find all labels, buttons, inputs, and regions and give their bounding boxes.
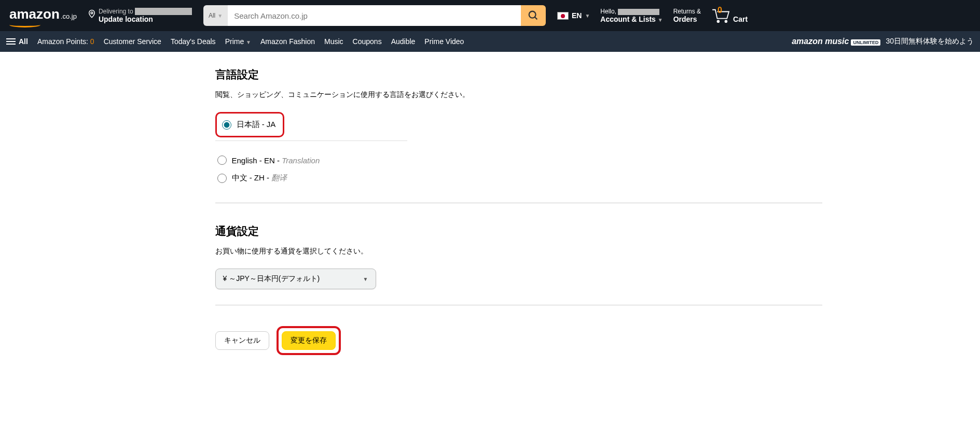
- currency-settings-section: 通貨設定 お買い物に使用する通貨を選択してください。 ¥ ～JPY～日本円(デフ…: [215, 224, 822, 289]
- points-count: 0: [90, 37, 94, 46]
- language-settings-section: 言語設定 閲覧、ショッピング、コミュニケーションに使用する言語をお選びください。…: [215, 67, 822, 187]
- highlight-save-button: 変更を保存: [277, 326, 341, 355]
- save-button[interactable]: 変更を保存: [282, 331, 336, 350]
- currency-dropdown[interactable]: ¥ ～JPY～日本円(デフォルト) ▼: [215, 269, 376, 289]
- all-menu-button[interactable]: All: [6, 37, 28, 46]
- nav-amazon-fashion[interactable]: Amazon Fashion: [260, 37, 315, 46]
- search-button[interactable]: [521, 5, 546, 26]
- nav-amazon-points[interactable]: Amazon Points: 0: [37, 37, 94, 46]
- orders-label: Orders: [673, 15, 701, 23]
- language-heading: 言語設定: [215, 67, 822, 82]
- hello-label: Hello,: [600, 8, 616, 15]
- language-option-label: 中文 - ZH -: [232, 173, 272, 182]
- section-divider: [215, 203, 822, 203]
- svg-point-0: [91, 12, 93, 14]
- cart-label: Cart: [733, 15, 748, 23]
- flag-jp-icon: [557, 12, 569, 20]
- account-menu[interactable]: Hello, Account & Lists ▼: [596, 6, 667, 25]
- search-icon: [528, 10, 539, 21]
- redacted-name: [618, 9, 659, 15]
- returns-label: Returns &: [673, 8, 701, 15]
- amazon-smile-icon: [9, 22, 40, 27]
- language-label: EN: [572, 11, 582, 20]
- points-label: Amazon Points:: [37, 37, 88, 46]
- main-content: 言語設定 閲覧、ショッピング、コミュニケーションに使用する言語をお選びください。…: [148, 52, 833, 376]
- cart-link[interactable]: 0 Cart: [707, 6, 752, 25]
- nav-coupons[interactable]: Coupons: [353, 37, 382, 46]
- chevron-down-icon: ▼: [363, 276, 368, 282]
- language-option-suffix: Translation: [282, 156, 320, 165]
- nav-todays-deals[interactable]: Today's Deals: [171, 37, 216, 46]
- currency-heading: 通貨設定: [215, 224, 822, 238]
- svg-line-2: [535, 17, 537, 20]
- language-option-en[interactable]: English - EN - Translation: [215, 151, 822, 169]
- svg-point-4: [725, 20, 727, 22]
- svg-point-3: [717, 20, 720, 22]
- language-option-ja[interactable]: 日本語 - JA: [220, 116, 278, 134]
- radio-en[interactable]: [217, 156, 227, 165]
- nav-prime-video[interactable]: Prime Video: [424, 37, 464, 46]
- nav-prime[interactable]: Prime ▼: [225, 37, 251, 46]
- language-option-suffix: 翻译: [271, 173, 287, 182]
- language-radio-group: 日本語 - JA English - EN - Translation 中文 -…: [215, 112, 822, 187]
- chevron-down-icon: ▼: [658, 17, 663, 23]
- amazon-music-logo: amazon musicUNLIMITED: [792, 37, 880, 46]
- svg-point-1: [529, 11, 536, 18]
- account-lists-label: Account & Lists: [600, 15, 656, 23]
- update-location-label: Update location: [99, 15, 192, 23]
- nav-customer-service[interactable]: Customer Service: [104, 37, 161, 46]
- music-promo-text: 30日間無料体験を始めよう: [886, 37, 974, 46]
- music-promo[interactable]: amazon musicUNLIMITED 30日間無料体験を始めよう: [792, 37, 974, 46]
- chevron-down-icon: ▼: [217, 13, 223, 19]
- hamburger-icon: [6, 38, 16, 45]
- cancel-button[interactable]: キャンセル: [215, 331, 269, 350]
- currency-desc: お買い物に使用する通貨を選択してください。: [215, 247, 822, 256]
- search-category-dropdown[interactable]: All ▼: [203, 5, 228, 26]
- language-selector[interactable]: EN ▼: [553, 9, 594, 22]
- nav-music[interactable]: Music: [324, 37, 343, 46]
- currency-selected-label: ¥ ～JPY～日本円(デフォルト): [223, 274, 320, 284]
- top-navbar: amazon.co.jp Delivering to Update locati…: [0, 0, 980, 31]
- sub-navbar: All Amazon Points: 0 Customer Service To…: [0, 31, 980, 52]
- section-divider: [215, 305, 822, 305]
- returns-orders[interactable]: Returns & Orders: [669, 6, 705, 25]
- amazon-logo[interactable]: amazon.co.jp: [5, 4, 81, 27]
- logo-domain: .co.jp: [61, 12, 77, 20]
- logo-text: amazon: [9, 6, 60, 22]
- search-category-label: All: [209, 12, 215, 19]
- language-option-label: 日本語 - JA: [237, 120, 276, 130]
- radio-ja[interactable]: [222, 120, 231, 130]
- language-option-label: English - EN -: [232, 156, 282, 165]
- nav-audible[interactable]: Audible: [391, 37, 416, 46]
- cart-count: 0: [717, 6, 722, 15]
- separator: [215, 140, 407, 141]
- deliver-to[interactable]: Delivering to Update location: [83, 6, 196, 26]
- search-input[interactable]: [228, 5, 521, 26]
- language-option-zh[interactable]: 中文 - ZH - 翻译: [215, 169, 822, 187]
- delivering-to-label: Delivering to: [99, 8, 133, 15]
- chevron-down-icon: ▼: [585, 13, 590, 19]
- radio-zh[interactable]: [217, 174, 227, 183]
- all-label: All: [19, 37, 28, 46]
- action-buttons: キャンセル 変更を保存: [215, 326, 822, 355]
- search-bar: All ▼: [203, 5, 546, 26]
- language-desc: 閲覧、ショッピング、コミュニケーションに使用する言語をお選びください。: [215, 90, 822, 100]
- location-pin-icon: [87, 9, 96, 21]
- highlight-selected-language: 日本語 - JA: [215, 112, 285, 137]
- chevron-down-icon: ▼: [246, 39, 251, 45]
- redacted-location: [135, 8, 192, 15]
